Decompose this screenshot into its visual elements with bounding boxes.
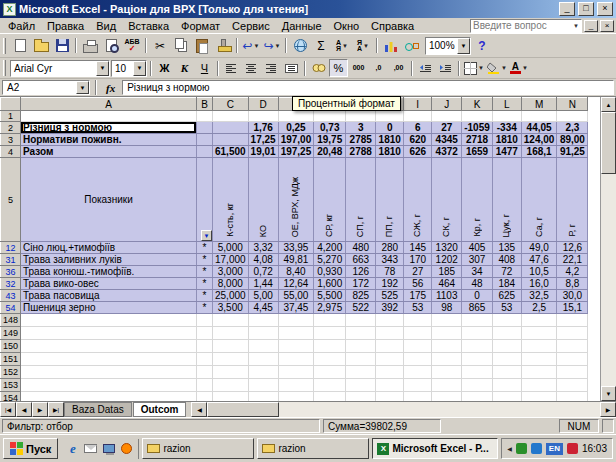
cell-I151[interactable] [404, 353, 432, 366]
next-sheet-button[interactable]: ▶ [32, 402, 48, 417]
cell-E36[interactable]: 8,40 [278, 266, 314, 278]
cell-M149[interactable] [521, 327, 557, 340]
cell-K54[interactable]: 865 [462, 302, 493, 314]
cell-L153[interactable] [492, 379, 521, 392]
cell-B3[interactable] [197, 134, 213, 146]
cell-F5[interactable]: СР, кг [314, 158, 346, 242]
cell-B153[interactable] [197, 379, 213, 392]
paste-button[interactable] [192, 36, 212, 56]
cell-M12[interactable]: 49,0 [521, 242, 557, 254]
cell-G32[interactable]: 172 [346, 278, 376, 290]
cell-G36[interactable]: 126 [346, 266, 376, 278]
cell-E154[interactable] [278, 392, 314, 402]
row-header-36[interactable]: 36 [1, 266, 21, 278]
row-header-31[interactable]: 31 [1, 254, 21, 266]
undo-button[interactable]: ↩ ▼ [241, 36, 261, 56]
decrease-decimal-button[interactable]: ,00 [389, 59, 408, 77]
cell-B31[interactable]: * [197, 254, 213, 266]
cell-C152[interactable] [213, 366, 249, 379]
cell-F153[interactable] [314, 379, 346, 392]
redo-button[interactable]: ↪ ▼ [262, 36, 282, 56]
cell-L149[interactable] [492, 327, 521, 340]
cell-L150[interactable] [492, 340, 521, 353]
cell-B43[interactable]: * [197, 290, 213, 302]
cell-H32[interactable]: 192 [376, 278, 404, 290]
menu-item-window[interactable]: Окно [328, 19, 366, 33]
cell-I1[interactable] [404, 111, 432, 122]
cell-K12[interactable]: 405 [462, 242, 493, 254]
cell-F54[interactable]: 2,975 [314, 302, 346, 314]
cell-D36[interactable]: 0,72 [248, 266, 278, 278]
taskbar-button-razion-2[interactable]: razion [257, 438, 369, 459]
sheet-tab-outcom[interactable]: Outcom [133, 402, 187, 417]
cell-A151[interactable] [21, 353, 197, 366]
cell-E153[interactable] [278, 379, 314, 392]
outlook-icon[interactable] [83, 441, 98, 456]
cell-G3[interactable]: 2785 [346, 134, 376, 146]
excel-app-icon[interactable]: X [3, 3, 16, 16]
font-color-dropdown-icon[interactable]: ▼ [522, 65, 528, 71]
scroll-up-button[interactable]: ▲ [601, 97, 616, 112]
cell-N4[interactable]: 91,25 [557, 146, 588, 158]
cell-E152[interactable] [278, 366, 314, 379]
row-header-150[interactable]: 150 [1, 340, 21, 353]
cell-C32[interactable]: 8,000 [213, 278, 249, 290]
percent-style-button[interactable]: % [329, 59, 348, 77]
row-header-2[interactable]: 2 [1, 122, 21, 134]
cell-B154[interactable] [197, 392, 213, 402]
keyboard-layout-indicator[interactable]: EN [546, 443, 563, 455]
cell-E5[interactable]: ОЕ, ВРХ, МДж [278, 158, 314, 242]
cell-H153[interactable] [376, 379, 404, 392]
last-sheet-button[interactable]: ▶| [48, 402, 64, 417]
row-header-152[interactable]: 152 [1, 366, 21, 379]
cell-L1[interactable] [492, 111, 521, 122]
cell-K149[interactable] [462, 327, 493, 340]
cell-N151[interactable] [557, 353, 588, 366]
cell-K32[interactable]: 48 [462, 278, 493, 290]
cell-D153[interactable] [248, 379, 278, 392]
column-header-M[interactable]: M [521, 98, 557, 111]
cell-F4[interactable]: 20,48 [314, 146, 346, 158]
cell-B148[interactable] [197, 314, 213, 327]
cell-F12[interactable]: 4,200 [314, 242, 346, 254]
cell-N150[interactable] [557, 340, 588, 353]
cell-E148[interactable] [278, 314, 314, 327]
cell-G54[interactable]: 522 [346, 302, 376, 314]
tray-antivirus-icon[interactable] [516, 443, 527, 454]
cell-J150[interactable] [432, 340, 462, 353]
close-button[interactable]: × [597, 2, 613, 16]
clock[interactable]: 16:03 [582, 443, 607, 454]
cell-J5[interactable]: СК, г [432, 158, 462, 242]
cell-A32[interactable]: Трава вико-овес [21, 278, 197, 290]
cell-A3[interactable]: Нормативи поживн. [21, 134, 197, 146]
cell-A31[interactable]: Трава заливних луків [21, 254, 197, 266]
cell-A153[interactable] [21, 379, 197, 392]
row-header-154[interactable]: 154 [1, 392, 21, 402]
scroll-down-button[interactable]: ▼ [601, 386, 616, 401]
save-button[interactable] [52, 36, 72, 56]
cell-M154[interactable] [521, 392, 557, 402]
cell-J153[interactable] [432, 379, 462, 392]
cell-C4[interactable]: 61,500 [213, 146, 249, 158]
italic-button[interactable]: К [175, 59, 194, 77]
cell-D154[interactable] [248, 392, 278, 402]
chart-wizard-button[interactable] [381, 36, 401, 56]
column-header-N[interactable]: N [557, 98, 588, 111]
cell-L36[interactable]: 72 [492, 266, 521, 278]
cell-D149[interactable] [248, 327, 278, 340]
cell-K5[interactable]: Кр, г [462, 158, 493, 242]
cell-N2[interactable]: 2,3 [557, 122, 588, 134]
cell-A150[interactable] [21, 340, 197, 353]
cell-H1[interactable] [376, 111, 404, 122]
cell-A2[interactable]: Різниця з нормою [21, 122, 197, 134]
cell-B2[interactable] [197, 122, 213, 134]
cell-N32[interactable]: 8,8 [557, 278, 588, 290]
cell-I43[interactable]: 175 [404, 290, 432, 302]
cell-J54[interactable]: 98 [432, 302, 462, 314]
cell-E4[interactable]: 197,25 [278, 146, 314, 158]
cell-N5[interactable]: Р, г [557, 158, 588, 242]
cell-N3[interactable]: 89,00 [557, 134, 588, 146]
cell-M1[interactable] [521, 111, 557, 122]
cell-F148[interactable] [314, 314, 346, 327]
column-header-B[interactable]: B [197, 98, 213, 111]
